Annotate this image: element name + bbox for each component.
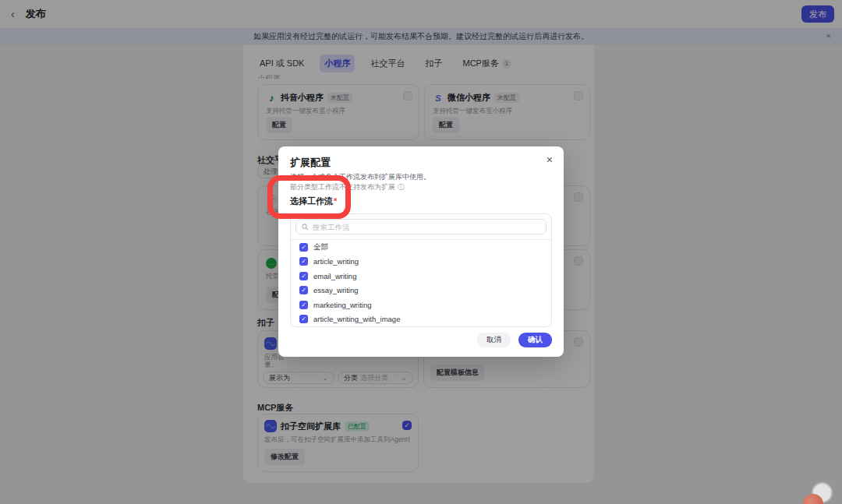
info-icon[interactable]: ⓘ <box>398 182 405 192</box>
workflow-label: marketing_writing <box>313 301 371 309</box>
workflow-label: article_writing <box>313 257 359 266</box>
extension-config-modal: 扩展配置 × 选择一个或多个工作流发布到扩展库中使用。 部分类型工作流不支持发布… <box>278 146 564 357</box>
workflow-label: article_writing_with_image <box>313 315 400 323</box>
workflow-label: email_writing <box>313 272 356 280</box>
workflow-label: essay_writing <box>313 286 359 294</box>
cancel-button[interactable]: 取消 <box>477 333 511 347</box>
checkbox-checked-icon[interactable]: ✓ <box>299 272 308 280</box>
modal-close-icon[interactable]: × <box>547 153 553 166</box>
workflow-field-label-text: 选择工作流 <box>290 196 333 206</box>
workflow-row[interactable]: ✓ essay_writing <box>291 284 551 298</box>
workflow-field-label: 选择工作流* <box>290 196 337 207</box>
workflow-label: 全部 <box>313 242 328 252</box>
checkbox-checked-icon[interactable]: ✓ <box>299 315 308 323</box>
modal-description: 选择一个或多个工作流发布到扩展库中使用。 <box>290 172 430 182</box>
checkbox-checked-icon[interactable]: ✓ <box>299 243 308 252</box>
workflow-search-input[interactable] <box>313 223 540 231</box>
modal-title: 扩展配置 <box>290 156 331 170</box>
modal-note-text: 部分类型工作流不支持发布为扩展 <box>290 182 395 192</box>
checkbox-checked-icon[interactable]: ✓ <box>299 301 308 309</box>
workflow-row[interactable]: ✓ article_writing_with_image <box>291 312 551 327</box>
required-asterisk: * <box>334 196 337 206</box>
workflow-row[interactable]: ✓ marketing_writing <box>291 298 551 312</box>
search-icon <box>302 224 309 231</box>
checkbox-checked-icon[interactable]: ✓ <box>299 286 308 294</box>
modal-note: 部分类型工作流不支持发布为扩展 ⓘ <box>290 182 405 192</box>
workflow-search[interactable] <box>295 219 547 234</box>
workflow-listbox: ✓ 全部 ✓ article_writing ✓ email_writing ✓… <box>290 213 552 327</box>
workflow-row[interactable]: ✓ article_writing <box>291 255 551 270</box>
confirm-button[interactable]: 确认 <box>518 333 552 347</box>
modal-footer: 取消 确认 <box>477 333 552 347</box>
workflow-row[interactable]: ✓ email_writing <box>291 269 551 284</box>
workflow-row-all[interactable]: ✓ 全部 <box>291 240 551 255</box>
publish-page: ‹ 发布 发布 如果应用没有经过完整的试运行，可能发布结果不合预期。建议经过完整… <box>0 0 842 504</box>
checkbox-checked-icon[interactable]: ✓ <box>299 257 308 266</box>
